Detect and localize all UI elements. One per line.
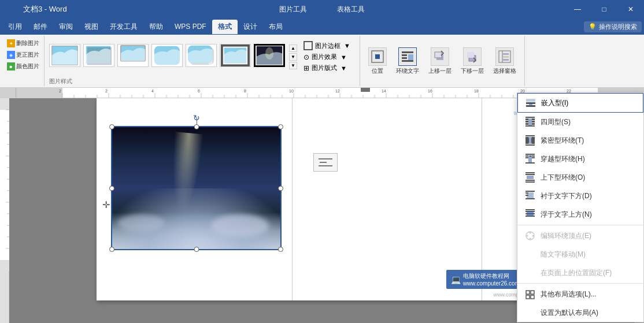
wrap-edit-item: 编辑环绕顶点(E) <box>517 227 643 245</box>
svg-rect-19 <box>402 60 413 62</box>
wrap-topbottom-item[interactable]: 上下型环绕(O) <box>517 168 643 187</box>
wrap-tight-item[interactable]: 紧密型环绕(T) <box>517 131 643 150</box>
effect-dropdown-arrow[interactable]: ▼ <box>340 54 347 61</box>
menu-developer[interactable]: 开发工具 <box>104 20 143 34</box>
wrap-square-item[interactable]: 四周型(S) <box>517 113 643 131</box>
handle-mr[interactable] <box>278 185 283 191</box>
svg-text:2: 2 <box>105 89 108 93</box>
menu-view[interactable]: 视图 <box>79 20 104 34</box>
send-backward-btn[interactable]: 下移一层 <box>457 46 487 76</box>
handle-bc[interactable] <box>194 247 199 252</box>
context-tab-table[interactable]: 表格工具 <box>323 2 379 17</box>
menu-mail[interactable]: 邮件 <box>28 20 53 34</box>
svg-rect-128 <box>525 144 535 146</box>
menu-help[interactable]: 帮助 <box>143 20 169 34</box>
svg-rect-30 <box>16 88 62 98</box>
image-group-left: ✦ 删除图片 ◈ 更正图片 ■ 颜色图片 <box>2 36 45 86</box>
style-black-border[interactable] <box>254 44 285 67</box>
style-rounded[interactable] <box>151 44 183 67</box>
ribbon: ✦ 删除图片 ◈ 更正图片 ■ 颜色图片 <box>0 35 644 88</box>
wrap-text-btn[interactable]: 环绕文字 <box>393 46 423 76</box>
picture-layout-btn[interactable]: ⊞ 图片版式 ▼ <box>301 63 353 73</box>
picture-effect-btn[interactable]: ⊙ 图片效果 ▼ <box>301 52 353 62</box>
style-reflection[interactable] <box>117 44 149 67</box>
svg-rect-129 <box>525 154 535 155</box>
wrap-through-icon <box>524 153 536 165</box>
color-btn[interactable]: ■ 颜色图片 <box>5 61 42 72</box>
handle-tl[interactable] <box>109 124 114 129</box>
wrap-text-label: 环绕文字 <box>396 67 419 75</box>
svg-text:2: 2 <box>59 89 61 93</box>
handle-tr[interactable] <box>278 124 283 129</box>
layout-dropdown-arrow[interactable]: ▼ <box>340 65 347 72</box>
svg-rect-139 <box>527 176 534 179</box>
wrap-movewithtext-icon <box>524 248 536 260</box>
svg-rect-130 <box>525 155 528 157</box>
wrap-through-item[interactable]: 穿越型环绕(H) <box>517 150 643 168</box>
handle-tc[interactable] <box>194 124 199 129</box>
remove-bg-btn[interactable]: ✦ 删除图片 <box>5 38 42 49</box>
scroll-more-btn[interactable]: ▼ <box>289 62 297 69</box>
style-plain[interactable] <box>49 44 80 67</box>
close-button[interactable]: ✕ <box>617 0 644 18</box>
wrap-setdefault-icon <box>524 307 536 318</box>
style-thick-border[interactable] <box>220 44 251 67</box>
wrap-behind-item[interactable]: 衬于文字下方(D) <box>517 187 643 205</box>
svg-rect-21 <box>435 52 442 58</box>
svg-text:16: 16 <box>428 89 432 93</box>
svg-rect-121 <box>525 121 528 122</box>
context-tab-picture[interactable]: 图片工具 <box>265 2 321 17</box>
svg-rect-125 <box>525 125 535 127</box>
selection-pane-btn[interactable]: 选择窗格 <box>490 46 520 76</box>
menu-wpspdf[interactable]: WPS PDF <box>169 20 212 33</box>
wrap-more-item[interactable]: 其他布局选项(L)... <box>517 285 643 303</box>
svg-text:18: 18 <box>474 89 479 93</box>
menu-cite[interactable]: 引用 <box>2 20 28 34</box>
wrap-setdefault-item[interactable]: 设置为默认布局(A) <box>517 303 643 322</box>
minimize-button[interactable]: — <box>564 0 591 18</box>
svg-text:6: 6 <box>198 89 200 93</box>
svg-rect-159 <box>526 295 530 299</box>
ruler-corner <box>0 88 16 98</box>
svg-rect-136 <box>525 162 535 164</box>
svg-rect-147 <box>525 209 535 210</box>
wrap-movewithtext-item: 随文字移动(M) <box>517 245 643 263</box>
separator-1 <box>517 225 643 225</box>
wrap-front-item[interactable]: 浮于文字上方(N) <box>517 205 643 224</box>
maximize-button[interactable]: □ <box>591 0 617 18</box>
bring-forward-icon <box>431 47 449 66</box>
picture-border-btn[interactable]: 图片边框 ▼ <box>301 40 353 51</box>
svg-rect-120 <box>532 118 535 120</box>
doc-image-container[interactable] <box>111 126 282 250</box>
menu-format[interactable]: 格式 <box>212 20 238 34</box>
svg-rect-134 <box>525 157 528 158</box>
svg-rect-27 <box>503 56 509 58</box>
svg-rect-137 <box>525 172 535 173</box>
menu-design[interactable]: 设计 <box>238 20 263 34</box>
style-shadow[interactable] <box>83 44 114 67</box>
svg-rect-132 <box>532 155 535 157</box>
svg-point-156 <box>530 238 531 240</box>
position-btn[interactable]: 位置 <box>365 46 390 76</box>
scroll-down-btn[interactable]: ▼ <box>289 53 297 61</box>
style-rounded-shadow[interactable] <box>186 44 217 67</box>
document-title: 文档3 - Word <box>0 4 67 14</box>
handle-bl[interactable] <box>109 247 114 252</box>
handle-br[interactable] <box>278 247 283 252</box>
border-dropdown-arrow[interactable]: ▼ <box>344 42 350 49</box>
wrap-text-icon <box>398 47 417 66</box>
bring-forward-btn[interactable]: 上移一层 <box>425 46 455 76</box>
border-icon <box>304 41 313 50</box>
scroll-up-btn[interactable]: ▲ <box>289 44 297 52</box>
menu-layout[interactable]: 布局 <box>263 20 288 34</box>
menu-review[interactable]: 审阅 <box>53 20 79 34</box>
search-label[interactable]: 操作说明搜索 <box>599 23 637 31</box>
doc-image <box>112 127 280 249</box>
color-icon: ■ <box>7 62 15 70</box>
selected-image-wrapper[interactable]: ↻ <box>111 126 282 250</box>
menu-bar: 引用 邮件 审阅 视图 开发工具 帮助 WPS PDF 格式 设计 布局 💡 操… <box>0 18 644 35</box>
handle-ml[interactable] <box>109 185 114 191</box>
corrections-btn[interactable]: ◈ 更正图片 <box>5 50 42 60</box>
wrap-inline-item[interactable]: 嵌入型(I) <box>517 93 643 113</box>
svg-point-155 <box>530 232 531 234</box>
